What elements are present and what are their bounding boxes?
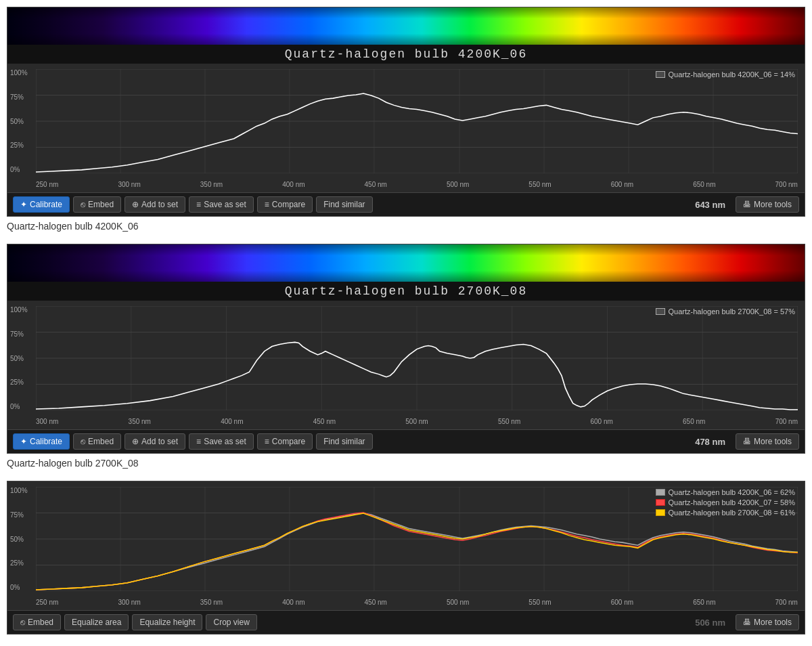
legend-row-gold: Quartz-halogen bulb 2700K_08 = 61% — [656, 509, 795, 517]
compare-icon-2: ≡ — [265, 437, 269, 446]
crop-view-button[interactable]: Crop view — [206, 614, 256, 630]
spectrum-card-2: Quartz-halogen bulb 2700K_08 100% 75% 50… — [7, 244, 805, 469]
embed-button-1[interactable]: ⎋ Embed — [73, 196, 121, 213]
compare-button-2[interactable]: ≡ Compare — [257, 433, 313, 450]
spectrum-card-3: 100% 75% 50% 25% 0% — [7, 481, 805, 634]
equalize-area-button[interactable]: Equalize area — [64, 614, 129, 630]
tools-icon-2: 🖶 — [743, 437, 751, 446]
legend-color-grey — [656, 489, 665, 496]
embed-button-3[interactable]: ⎋ Embed — [13, 614, 61, 630]
legend-label-gold: Quartz-halogen bulb 2700K_08 = 61% — [669, 509, 795, 517]
rainbow-bar-1 — [7, 7, 805, 45]
legend-2: Quartz-halogen bulb 2700K_08 = 57% — [656, 307, 795, 316]
legend-box-2 — [656, 308, 665, 315]
toolbar-2: ✦ Calibrate ⎋ Embed ⊕ Add to set ≡ Save … — [7, 429, 805, 453]
embed-icon-3: ⎋ — [20, 618, 25, 627]
add-to-set-button-1[interactable]: ⊕ Add to set — [125, 196, 185, 213]
rainbow-bar-2 — [7, 244, 805, 282]
legend-row-grey: Quartz-halogen bulb 4200K_06 = 62% — [656, 488, 795, 496]
add-icon-1: ⊕ — [132, 200, 139, 209]
tools-icon-3: 🖶 — [743, 618, 751, 627]
spectrum-title-1: Quartz-halogen bulb 4200K_06 — [7, 45, 805, 64]
nm-display-3: 506 nm — [695, 618, 725, 628]
find-similar-button-2[interactable]: Find similar — [316, 433, 372, 450]
spectrum-title-2: Quartz-halogen bulb 2700K_08 — [7, 282, 805, 301]
legend-color-gold — [656, 509, 665, 516]
y-labels-3: 100% 75% 50% 25% 0% — [10, 487, 28, 591]
nm-display-1: 643 nm — [695, 200, 725, 210]
spectrum-container-1: Quartz-halogen bulb 4200K_06 100% 75% 50… — [7, 7, 805, 217]
grid-svg-2 — [36, 306, 798, 410]
compare-button-1[interactable]: ≡ Compare — [257, 196, 313, 213]
card-title-1: Quartz-halogen bulb 4200K_06 — [7, 221, 805, 232]
compare-icon-1: ≡ — [265, 200, 269, 209]
spectrum-container-3: 100% 75% 50% 25% 0% — [7, 481, 805, 634]
legend-multi-3: Quartz-halogen bulb 4200K_06 = 62% Quart… — [656, 488, 795, 517]
more-tools-button-1[interactable]: 🖶 More tools — [736, 196, 799, 213]
nm-display-2: 478 nm — [695, 437, 725, 447]
equalize-height-button[interactable]: Equalize height — [132, 614, 202, 630]
embed-icon-2: ⎋ — [81, 437, 85, 446]
spectrum-container-2: Quartz-halogen bulb 2700K_08 100% 75% 50… — [7, 244, 805, 454]
embed-button-2[interactable]: ⎋ Embed — [73, 433, 121, 450]
more-tools-button-2[interactable]: 🖶 More tools — [736, 433, 799, 450]
calibrate-icon-1: ✦ — [20, 200, 27, 209]
embed-icon-1: ⎋ — [81, 200, 85, 209]
save-icon-1: ≡ — [196, 200, 201, 209]
calibrate-button-1[interactable]: ✦ Calibrate — [13, 196, 70, 213]
toolbar-1: ✦ Calibrate ⎋ Embed ⊕ Add to set ≡ Save … — [7, 192, 805, 216]
x-labels-1: 250 nm 300 nm 350 nm 400 nm 450 nm 500 n… — [36, 181, 798, 188]
add-to-set-button-2[interactable]: ⊕ Add to set — [125, 433, 185, 450]
grid-svg-1 — [36, 69, 798, 173]
tools-icon-1: 🖶 — [743, 200, 751, 209]
legend-label-2: Quartz-halogen bulb 2700K_08 = 57% — [669, 307, 795, 316]
legend-color-red — [656, 499, 665, 506]
chart-area-2: 100% 75% 50% 25% 0% — [7, 301, 805, 429]
legend-box-1 — [656, 71, 665, 78]
y-labels-2: 100% 75% 50% 25% 0% — [10, 306, 28, 410]
legend-1: Quartz-halogen bulb 4200K_06 = 14% — [656, 70, 795, 79]
save-icon-2: ≡ — [196, 437, 201, 446]
card-title-2: Quartz-halogen bulb 2700K_08 — [7, 458, 805, 469]
add-icon-2: ⊕ — [132, 437, 139, 446]
legend-row-red: Quartz-halogen bulb 4200K_07 = 58% — [656, 498, 795, 507]
save-as-set-button-2[interactable]: ≡ Save as set — [189, 433, 254, 450]
chart-area-1: 100% 75% 50% 25% 0% — [7, 64, 805, 192]
legend-label-grey: Quartz-halogen bulb 4200K_06 = 62% — [669, 488, 795, 496]
calibrate-icon-2: ✦ — [20, 437, 27, 446]
x-labels-3: 250 nm 300 nm 350 nm 400 nm 450 nm 500 n… — [36, 599, 798, 606]
chart-area-3: 100% 75% 50% 25% 0% — [7, 481, 805, 610]
more-tools-button-3[interactable]: 🖶 More tools — [736, 614, 799, 630]
calibrate-button-2[interactable]: ✦ Calibrate — [13, 433, 70, 450]
legend-label-1: Quartz-halogen bulb 4200K_06 = 14% — [669, 70, 795, 79]
save-as-set-button-1[interactable]: ≡ Save as set — [189, 196, 254, 213]
y-labels-1: 100% 75% 50% 25% 0% — [10, 69, 28, 173]
x-labels-2: 300 nm 350 nm 400 nm 450 nm 500 nm 550 n… — [36, 418, 798, 425]
toolbar-3: ⎋ Embed Equalize area Equalize height Cr… — [7, 610, 805, 634]
spectrum-card-1: Quartz-halogen bulb 4200K_06 100% 75% 50… — [7, 7, 805, 232]
legend-label-red: Quartz-halogen bulb 4200K_07 = 58% — [669, 498, 795, 507]
find-similar-button-1[interactable]: Find similar — [316, 196, 372, 213]
